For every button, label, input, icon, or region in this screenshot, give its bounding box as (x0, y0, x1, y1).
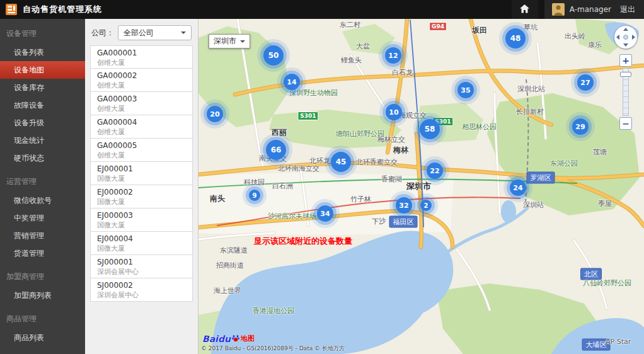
pan-down-icon[interactable] (623, 43, 628, 47)
avatar[interactable] (552, 3, 565, 16)
device-list-item[interactable]: GA000003创维大厦 (90, 92, 193, 115)
cluster-marker[interactable]: 66 (266, 140, 286, 160)
baidu-logo: Baidu 地图 (202, 333, 255, 345)
pan-right-icon[interactable] (632, 35, 635, 40)
device-location: 国微大厦 (97, 174, 186, 183)
device-list-item[interactable]: EJ000004国微大厦 (90, 232, 193, 255)
cluster-count: 29 (575, 123, 585, 131)
sidebar-item[interactable]: 设备列表 (0, 43, 85, 61)
cluster-count: 22 (430, 167, 439, 175)
map-city-label: 深圳市 (214, 36, 236, 47)
cluster-count: 24 (513, 184, 522, 192)
cluster-marker[interactable]: 22 (427, 163, 443, 179)
device-list-item[interactable]: EJ000003国微大厦 (90, 208, 193, 232)
device-list-item[interactable]: GA000001创维大厦 (90, 45, 193, 69)
sidebar-section-label: 交易管理 (0, 346, 85, 354)
device-location: 创维大厦 (97, 105, 186, 113)
company-select[interactable]: 全部公司 (118, 25, 192, 40)
cluster-count: 48 (510, 34, 521, 43)
cluster-count: 2 (424, 202, 428, 209)
device-code: GA000004 (97, 117, 186, 128)
sidebar-section-label: 商品管理 (0, 304, 85, 329)
sidebar-item[interactable]: 现金统计 (0, 132, 85, 149)
map-annotation: 显示该区域附近的设备数量 (254, 236, 352, 247)
sidebar-item[interactable]: 中奖管理 (0, 209, 85, 227)
cluster-marker[interactable]: 9 (249, 190, 260, 201)
cluster-count: 35 (461, 86, 470, 94)
paw-icon (232, 333, 239, 345)
pan-left-icon[interactable] (616, 35, 619, 40)
device-code: GA000003 (97, 94, 186, 105)
cluster-marker[interactable]: 48 (505, 28, 526, 49)
map-pan-control[interactable] (614, 25, 638, 49)
device-code: GA000005 (97, 140, 186, 151)
sidebar-item[interactable]: 设备地图 (0, 61, 85, 79)
zoom-out-button[interactable]: − (619, 117, 632, 130)
cluster-marker[interactable]: 45 (331, 152, 351, 172)
map-city-selector[interactable]: 深圳市 (209, 34, 250, 49)
map-canvas[interactable]: 深圳市福田区罗湖区北区大埔区南头西丽坂田梅林科技园白石洲竹子林香蜜湖下沙白石龙深… (198, 19, 644, 354)
sidebar-item[interactable]: 设备库存 (0, 79, 85, 96)
device-location: 深圳会展中心 (97, 291, 186, 300)
cluster-count: 45 (336, 157, 347, 166)
app-window: 自动售货机管理系统 A-manager 退出 设备管理设备列表设备地图设备库存故… (0, 0, 644, 354)
sidebar-item[interactable]: 微信收款号 (0, 191, 85, 209)
cluster-count: 58 (425, 125, 435, 134)
device-location: 国微大厦 (97, 198, 186, 207)
device-list-item[interactable]: GA000004创维大厦 (90, 115, 193, 139)
sidebar-item[interactable]: 加盟商列表 (0, 287, 85, 304)
cluster-marker[interactable]: 14 (284, 74, 300, 90)
sidebar-item[interactable]: 货道管理 (0, 244, 85, 262)
cluster-marker[interactable]: 58 (420, 119, 440, 139)
cluster-marker[interactable]: 29 (572, 118, 589, 135)
cluster-marker[interactable]: 12 (385, 47, 401, 64)
sidebar-nav: 设备管理设备列表设备地图设备库存故障设备设备升级现金统计硬币状态运营管理微信收款… (0, 19, 85, 354)
device-list-item[interactable]: GA000002创维大厦 (90, 69, 193, 92)
logout-button[interactable]: 退出 (620, 4, 635, 15)
sidebar-item[interactable]: 硬币状态 (0, 149, 85, 167)
device-list-item[interactable]: GA000005创维大厦 (90, 139, 193, 162)
chevron-down-icon (181, 31, 186, 37)
device-list-item[interactable]: EJ000001国微大厦 (90, 162, 193, 185)
device-code: GA000001 (97, 48, 186, 59)
cluster-marker[interactable]: 10 (386, 104, 402, 120)
cluster-marker[interactable]: 20 (207, 106, 223, 122)
cluster-marker[interactable]: 34 (317, 205, 333, 222)
zoom-in-button[interactable]: + (619, 54, 632, 67)
pan-up-icon[interactable] (623, 28, 628, 31)
device-location: 创维大厦 (97, 81, 186, 90)
cluster-count: 32 (399, 202, 408, 210)
sidebar-item[interactable]: 营销管理 (0, 227, 85, 244)
zoom-slider-handle[interactable] (620, 72, 631, 77)
device-code: EJ000004 (97, 234, 186, 244)
home-button[interactable] (512, 0, 538, 19)
cluster-marker[interactable]: 2 (420, 200, 432, 211)
sidebar-section-label: 加盟商管理 (0, 262, 85, 287)
sidebar-item[interactable]: 商品列表 (0, 329, 85, 346)
zoom-slider[interactable] (623, 68, 629, 116)
top-header: 自动售货机管理系统 A-manager 退出 (0, 0, 644, 19)
user-box: A-manager 退出 (544, 0, 644, 19)
cluster-marker[interactable]: 35 (457, 82, 474, 98)
map-attribution: © 2017 Baidu - GS(2016)2089号 - Data © 长地… (201, 345, 345, 353)
device-location: 深圳会展中心 (97, 268, 186, 277)
device-location: 创维大厦 (97, 128, 186, 137)
device-list-item[interactable]: SJ000002深圳会展中心 (90, 278, 193, 302)
cluster-marker[interactable]: 27 (577, 74, 594, 91)
cluster-marker[interactable]: 32 (396, 197, 412, 214)
sidebar-section-label: 运营管理 (0, 167, 85, 191)
cluster-marker[interactable]: 24 (510, 180, 526, 196)
device-code: EJ000003 (97, 210, 186, 221)
sidebar-item[interactable]: 故障设备 (0, 96, 85, 114)
device-code: SJ000002 (97, 280, 186, 291)
sidebar-item[interactable]: 设备升级 (0, 114, 85, 132)
device-panel: 公司： 全部公司 GA000001创维大厦GA000002创维大厦GA00000… (85, 19, 198, 354)
device-code: GA000002 (97, 71, 186, 81)
device-list-item[interactable]: EJ000002国微大厦 (90, 185, 193, 208)
device-list-item[interactable]: SJ000001深圳会展中心 (90, 255, 193, 278)
cluster-marker[interactable]: 50 (263, 45, 284, 66)
cluster-count: 12 (388, 52, 398, 60)
cluster-count: 20 (210, 110, 219, 118)
chevron-down-icon (240, 40, 245, 45)
pan-center-dot[interactable] (623, 35, 628, 40)
